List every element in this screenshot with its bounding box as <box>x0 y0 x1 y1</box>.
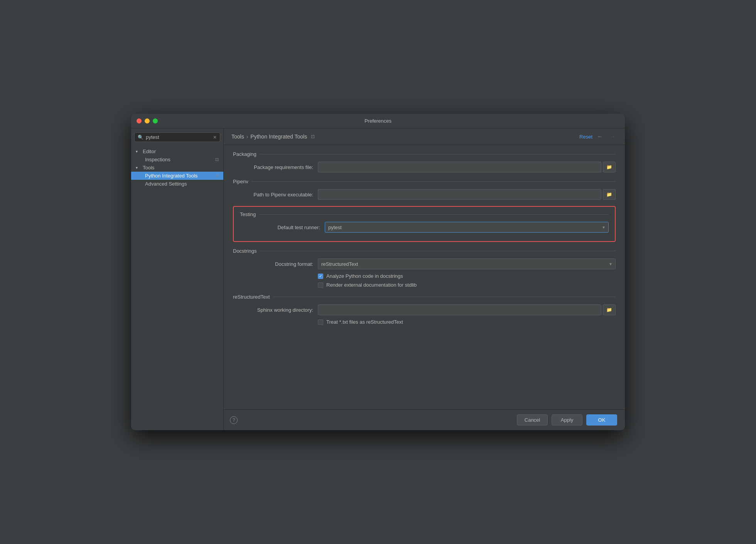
sphinx-working-dir-browse-button[interactable]: 📁 <box>603 304 616 315</box>
sidebar-item-tools[interactable]: ▾ Tools <box>131 164 223 172</box>
breadcrumb-current: Python Integrated Tools <box>250 133 307 140</box>
bookmark-icon-python-tools: ⊡ <box>215 173 219 178</box>
sidebar: 🔍 ✕ ▾ Editor Inspections ⊡ ▾ Tools <box>131 128 224 430</box>
folder-icon-sphinx: 📁 <box>606 307 612 313</box>
package-requirements-input-container: 📁 <box>318 162 616 172</box>
rst-divider <box>273 297 616 297</box>
render-external-docs-row: Render external documentation for stdlib <box>233 282 616 288</box>
sidebar-item-editor[interactable]: ▾ Editor <box>131 147 223 155</box>
search-input[interactable] <box>146 134 211 140</box>
sphinx-working-dir-row: Sphinx working directory: 📁 <box>233 304 616 315</box>
sidebar-item-advanced-settings[interactable]: Advanced Settings <box>131 180 223 188</box>
analyze-python-code-row: Analyze Python code in docstrings <box>233 273 616 279</box>
testing-title: Testing <box>240 211 259 217</box>
packaging-divider <box>260 154 616 154</box>
main-layout: 🔍 ✕ ▾ Editor Inspections ⊡ ▾ Tools <box>131 128 625 430</box>
treat-txt-files-checkbox[interactable] <box>318 319 323 325</box>
docstring-format-select[interactable]: reStructuredText Epytext Google NumPy Pl… <box>318 258 616 269</box>
breadcrumb-bookmark-icon: ⊡ <box>311 134 315 139</box>
package-requirements-browse-button[interactable]: 📁 <box>603 162 616 172</box>
pipenv-title: Pipenv <box>233 179 251 184</box>
minimize-button[interactable] <box>145 118 150 123</box>
packaging-header-row: Packaging <box>233 151 616 157</box>
render-external-docs-label: Render external documentation for stdlib <box>326 282 417 288</box>
default-test-runner-select-wrapper: pytest Unittest Nose Twisted Trial ▼ <box>325 222 609 233</box>
docstring-format-row: Docstring format: reStructuredText Epyte… <box>233 258 616 269</box>
header-actions: Reset ← → <box>579 132 617 141</box>
nav-back-button[interactable]: ← <box>596 132 605 141</box>
pipenv-divider <box>251 181 616 182</box>
default-test-runner-row: Default test runner: pytest Unittest Nos… <box>240 222 609 233</box>
cancel-button[interactable]: Cancel <box>517 414 548 426</box>
apply-button[interactable]: Apply <box>552 414 582 426</box>
default-test-runner-label: Default test runner: <box>248 225 325 230</box>
search-clear-icon[interactable]: ✕ <box>213 135 217 140</box>
bottom-bar: ? Cancel Apply OK <box>224 409 625 430</box>
content-body: Packaging Package requirements file: 📁 <box>224 145 625 409</box>
sidebar-item-label-tools: Tools <box>143 165 219 171</box>
bookmark-icon-inspections: ⊡ <box>215 157 219 162</box>
maximize-button[interactable] <box>153 118 158 123</box>
pipenv-executable-input[interactable] <box>318 189 601 200</box>
content-header: Tools › Python Integrated Tools ⊡ Reset … <box>224 128 625 145</box>
sidebar-item-label-inspections: Inspections <box>145 157 214 162</box>
package-requirements-input[interactable] <box>318 162 601 172</box>
restructuredtext-section: reStructuredText Sphinx working director… <box>233 294 616 325</box>
packaging-section: Packaging Package requirements file: 📁 <box>233 151 616 172</box>
packaging-title: Packaging <box>233 151 260 157</box>
title-bar: Preferences <box>131 114 625 128</box>
sidebar-item-label-python-tools: Python Integrated Tools <box>145 173 214 179</box>
expand-arrow-tools: ▾ <box>136 166 141 170</box>
docstrings-header-row: Docstrings <box>233 248 616 254</box>
treat-txt-files-label: Treat *.txt files as reStructuredText <box>326 319 403 325</box>
pipenv-executable-input-container: 📁 <box>318 189 616 200</box>
testing-section: Testing Default test runner: pytest Unit… <box>233 206 616 242</box>
breadcrumb: Tools › Python Integrated Tools ⊡ <box>231 133 576 140</box>
window-title: Preferences <box>364 118 392 124</box>
analyze-python-code-label: Analyze Python code in docstrings <box>326 273 403 279</box>
content-panel: Tools › Python Integrated Tools ⊡ Reset … <box>224 128 625 430</box>
expand-arrow-editor: ▾ <box>136 149 141 154</box>
default-test-runner-input-container: pytest Unittest Nose Twisted Trial ▼ <box>325 222 609 233</box>
sphinx-working-dir-label: Sphinx working directory: <box>241 307 318 313</box>
search-icon: 🔍 <box>138 135 143 140</box>
pipenv-executable-browse-button[interactable]: 📁 <box>603 189 616 200</box>
docstrings-section: Docstrings Docstring format: reStructure… <box>233 248 616 288</box>
pipenv-header-row: Pipenv <box>233 179 616 184</box>
folder-icon: 📁 <box>606 164 612 170</box>
docstring-format-select-wrapper: reStructuredText Epytext Google NumPy Pl… <box>318 258 616 269</box>
help-button[interactable]: ? <box>230 416 238 424</box>
analyze-python-code-checkbox[interactable] <box>318 274 323 279</box>
testing-header-row: Testing <box>240 211 609 217</box>
testing-divider <box>259 214 609 215</box>
sidebar-item-inspections[interactable]: Inspections ⊡ <box>131 155 223 164</box>
traffic-lights <box>137 118 158 123</box>
folder-icon-pipenv: 📁 <box>606 192 612 197</box>
rst-title: reStructuredText <box>233 294 273 300</box>
sidebar-tree: ▾ Editor Inspections ⊡ ▾ Tools Python In… <box>131 146 223 430</box>
default-test-runner-select[interactable]: pytest Unittest Nose Twisted Trial <box>325 222 609 233</box>
reset-button[interactable]: Reset <box>579 134 592 140</box>
sphinx-working-dir-input[interactable] <box>318 304 601 315</box>
breadcrumb-root: Tools <box>231 133 244 140</box>
docstrings-title: Docstrings <box>233 248 260 254</box>
sphinx-working-dir-input-container: 📁 <box>318 304 616 315</box>
sidebar-item-label-advanced-settings: Advanced Settings <box>145 181 219 187</box>
pipenv-executable-row: Path to Pipenv executable: 📁 <box>233 189 616 200</box>
docstring-format-input-container: reStructuredText Epytext Google NumPy Pl… <box>318 258 616 269</box>
nav-forward-button[interactable]: → <box>608 132 617 141</box>
render-external-docs-checkbox[interactable] <box>318 282 323 288</box>
close-button[interactable] <box>137 118 142 123</box>
pipenv-section: Pipenv Path to Pipenv executable: 📁 <box>233 179 616 200</box>
package-requirements-row: Package requirements file: 📁 <box>233 162 616 172</box>
breadcrumb-separator: › <box>246 133 248 140</box>
rst-header-row: reStructuredText <box>233 294 616 300</box>
docstring-format-label: Docstring format: <box>241 261 318 267</box>
pipenv-executable-label: Path to Pipenv executable: <box>241 192 318 198</box>
docstrings-divider <box>260 251 616 251</box>
search-bar: 🔍 ✕ <box>134 132 220 142</box>
ok-button[interactable]: OK <box>586 414 617 426</box>
treat-txt-files-row: Treat *.txt files as reStructuredText <box>233 319 616 325</box>
sidebar-item-python-integrated-tools[interactable]: Python Integrated Tools ⊡ <box>131 172 223 180</box>
package-requirements-label: Package requirements file: <box>241 164 318 170</box>
